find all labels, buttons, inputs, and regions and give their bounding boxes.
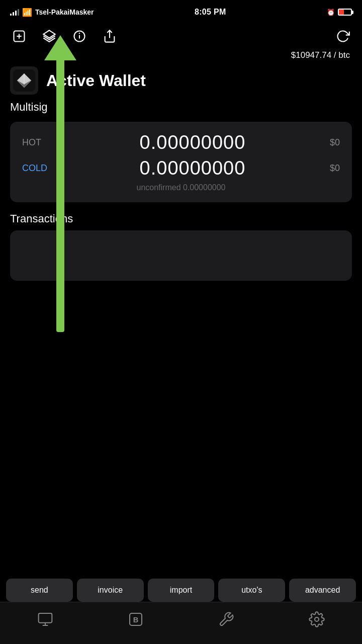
btc-price: $10947.74 / btc (291, 50, 350, 60)
nav-settings[interactable] (302, 607, 332, 632)
svg-point-6 (79, 33, 80, 34)
nav-monitor[interactable] (30, 607, 60, 632)
cold-amount: 0.00000000 (67, 157, 318, 179)
status-left: 📶 Tsel-PakaiMasker (10, 8, 94, 17)
cold-label: COLD (22, 163, 67, 174)
price-bar: $10947.74 / btc (0, 50, 362, 62)
battery-icon (338, 9, 352, 16)
wifi-icon: 📶 (22, 8, 32, 17)
wallet-header: Active Wallet (0, 62, 362, 101)
hot-label: HOT (22, 137, 67, 148)
alarm-icon: ⏰ (327, 9, 335, 16)
share-button[interactable] (99, 25, 121, 47)
hot-usd: $0 (318, 137, 340, 148)
add-button[interactable] (8, 25, 30, 47)
wallet-title: Active Wallet (46, 71, 146, 90)
unconfirmed-label: unconfirmed 0.00000000 (22, 183, 340, 192)
toolbar (0, 22, 362, 50)
hot-amount: 0.00000000 (67, 132, 318, 153)
action-bar: send invoice import utxo's advanced (0, 579, 362, 602)
info-button[interactable] (68, 25, 90, 47)
nav-bitcoin[interactable]: B (121, 607, 151, 632)
cold-usd: $0 (318, 163, 340, 174)
signal-bars-icon (10, 9, 19, 16)
wallet-icon (10, 66, 38, 95)
advanced-button[interactable]: advanced (289, 579, 356, 602)
svg-rect-9 (39, 613, 52, 623)
cold-balance-row: COLD 0.00000000 $0 (22, 157, 340, 179)
status-time: 8:05 PM (195, 8, 226, 17)
nav-wrench[interactable] (211, 607, 241, 632)
transactions-title: Transactions (0, 202, 362, 230)
transactions-area (10, 230, 352, 281)
multisig-label: Multisig (0, 101, 362, 122)
invoice-button[interactable]: invoice (77, 579, 144, 602)
import-button[interactable]: import (148, 579, 215, 602)
layers-button[interactable] (38, 25, 60, 47)
carrier-name: Tsel-PakaiMasker (35, 8, 94, 16)
send-button[interactable]: send (6, 579, 73, 602)
status-right: ⏰ (327, 9, 352, 16)
bottom-nav: B (0, 602, 362, 644)
balance-card: HOT 0.00000000 $0 COLD 0.00000000 $0 unc… (10, 122, 352, 202)
refresh-button[interactable] (332, 25, 354, 47)
status-bar: 📶 Tsel-PakaiMasker 8:05 PM ⏰ (0, 0, 362, 22)
hot-balance-row: HOT 0.00000000 $0 (22, 132, 340, 153)
svg-point-14 (315, 617, 319, 621)
svg-text:B: B (133, 616, 139, 624)
utxos-button[interactable]: utxo's (218, 579, 285, 602)
